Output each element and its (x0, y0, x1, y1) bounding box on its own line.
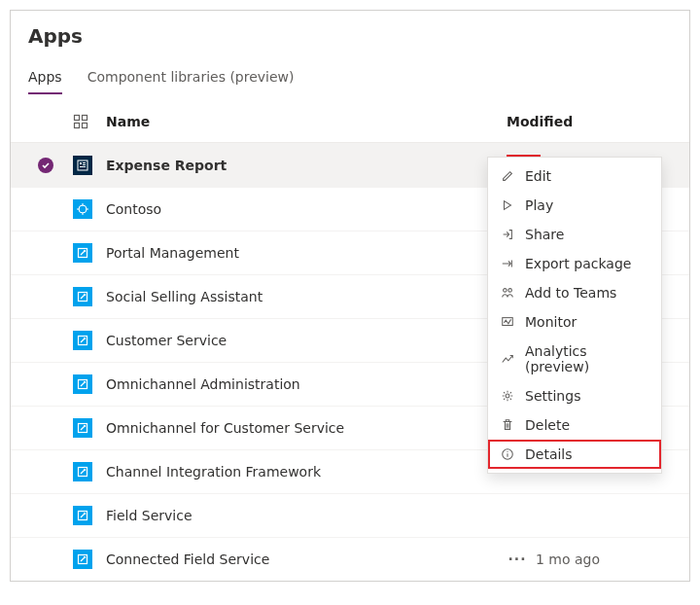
grid-view-icon (73, 114, 88, 129)
menu-item-label: Export package (525, 256, 631, 271)
table-body: Expense Report···19 h agoContosoPortal M… (11, 143, 689, 581)
app-name[interactable]: Contoso (106, 201, 507, 217)
menu-item-analytics[interactable]: Analytics (preview) (488, 337, 661, 381)
table-row[interactable]: Connected Field Service···1 mo ago (11, 537, 689, 581)
details-icon (500, 446, 515, 462)
row-select[interactable] (38, 158, 73, 173)
svg-rect-7 (83, 164, 86, 165)
svg-rect-2 (75, 123, 80, 127)
monitor-icon (500, 314, 515, 330)
panel-header: Apps AppsComponent libraries (preview) (11, 11, 689, 94)
svg-point-23 (508, 289, 512, 293)
more-actions-button[interactable]: ··· (507, 552, 528, 567)
checkmark-icon (38, 158, 53, 173)
app-type-icon (73, 374, 106, 394)
app-type-icon (73, 243, 106, 263)
app-type-icon (73, 550, 106, 569)
menu-item-settings[interactable]: Settings (488, 381, 661, 410)
app-name[interactable]: Social Selling Assistant (106, 289, 507, 304)
app-type-icon (73, 156, 106, 175)
modified-text: 1 mo ago (536, 552, 600, 567)
edit-icon (500, 168, 515, 184)
svg-rect-24 (503, 318, 513, 326)
svg-rect-6 (83, 162, 86, 163)
menu-item-export[interactable]: Export package (488, 249, 661, 278)
menu-item-label: Analytics (preview) (525, 343, 649, 374)
svg-rect-3 (83, 123, 88, 127)
menu-item-label: Details (525, 446, 573, 462)
app-name[interactable]: Channel Integration Framework (106, 464, 507, 480)
app-type-icon (73, 199, 106, 219)
menu-item-edit[interactable]: Edit (488, 161, 661, 191)
tab-1[interactable]: Component libraries (preview) (88, 63, 295, 94)
column-name[interactable]: Name (106, 114, 507, 129)
export-icon (500, 256, 515, 271)
menu-item-share[interactable]: Share (488, 220, 661, 249)
menu-item-label: Edit (525, 168, 551, 184)
menu-item-play[interactable]: Play (488, 191, 661, 220)
app-type-icon (73, 418, 106, 438)
app-type-icon (73, 506, 106, 525)
app-name[interactable]: Field Service (106, 508, 507, 523)
menu-item-label: Play (525, 197, 553, 213)
menu-item-label: Delete (525, 417, 570, 433)
svg-point-22 (504, 289, 508, 293)
app-name[interactable]: Customer Service (106, 333, 507, 348)
table-header: Name Modified (11, 100, 689, 143)
app-name[interactable]: Omnichannel Administration (106, 376, 507, 392)
column-modified[interactable]: Modified (507, 114, 662, 129)
view-toggle[interactable] (73, 114, 106, 129)
app-name[interactable]: Omnichannel for Customer Service (106, 420, 507, 436)
menu-item-label: Monitor (525, 314, 577, 330)
menu-item-details[interactable]: Details (488, 440, 661, 469)
delete-icon (500, 417, 515, 433)
tabs: AppsComponent libraries (preview) (28, 63, 672, 94)
app-name[interactable]: Connected Field Service (106, 552, 507, 567)
menu-item-label: Add to Teams (525, 285, 616, 301)
app-name[interactable]: Expense Report (106, 158, 507, 173)
menu-item-delete[interactable]: Delete (488, 410, 661, 440)
modified-cell: ···1 mo ago (507, 552, 662, 567)
svg-rect-8 (80, 166, 86, 167)
svg-point-28 (507, 451, 508, 452)
svg-rect-5 (80, 162, 82, 164)
menu-item-label: Share (525, 227, 564, 242)
table-row[interactable]: Field Service (11, 493, 689, 537)
app-type-icon (73, 331, 106, 350)
app-name[interactable]: Portal Management (106, 245, 507, 261)
context-menu: EditPlayShareExport packageAdd to TeamsM… (487, 157, 662, 474)
share-icon (500, 227, 515, 242)
menu-item-teams[interactable]: Add to Teams (488, 278, 661, 307)
app-type-icon (73, 287, 106, 306)
svg-rect-0 (75, 115, 80, 120)
svg-point-9 (79, 205, 87, 213)
apps-panel: Apps AppsComponent libraries (preview) N… (10, 10, 690, 582)
teams-icon (500, 285, 515, 301)
svg-point-25 (506, 394, 509, 398)
app-type-icon (73, 462, 106, 481)
page-title: Apps (28, 24, 672, 48)
svg-rect-1 (83, 115, 88, 120)
analytics-icon (500, 351, 515, 367)
menu-item-label: Settings (525, 388, 580, 404)
play-icon (500, 197, 515, 213)
tab-0[interactable]: Apps (28, 63, 62, 94)
menu-item-monitor[interactable]: Monitor (488, 307, 661, 337)
settings-icon (500, 388, 515, 404)
